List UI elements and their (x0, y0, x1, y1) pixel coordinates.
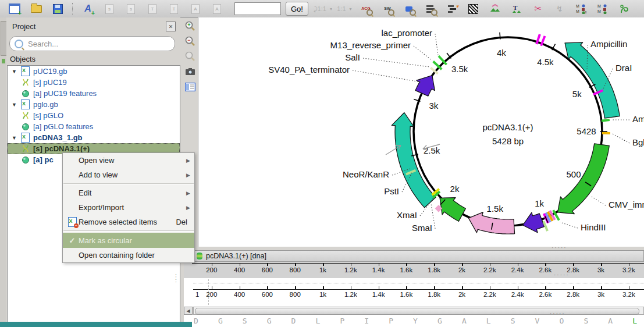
bottom-splitter-grip[interactable]: ····· (550, 312, 565, 315)
overview-tick-label: 2.4k (511, 266, 524, 273)
find-pattern-icon[interactable]: ACG (359, 2, 373, 16)
goto-position-input[interactable] (234, 2, 281, 15)
object-label: [a] pUC19 features (33, 89, 97, 98)
feature-label[interactable]: M13_reverse_primer (330, 40, 411, 50)
search-icon (15, 40, 23, 48)
text-annotation-icon[interactable]: T (510, 2, 524, 16)
zoom-fit-button[interactable] (184, 50, 197, 63)
expander-icon[interactable]: ▼ (12, 102, 17, 108)
feature-label[interactable]: SV40_PA_terminator (268, 65, 350, 74)
restriction-site-tick[interactable] (602, 120, 610, 121)
feature-label[interactable]: HindIII (581, 222, 606, 232)
restriction-sites-icon[interactable]: ✂ (531, 2, 545, 16)
scrollbar-track[interactable] (193, 307, 644, 315)
ruler-tick-label: 1.5k (487, 204, 504, 214)
object-label: [s] pUC19 (33, 78, 67, 87)
plant-tools-icon[interactable] (617, 2, 631, 16)
menu-item-export-import[interactable]: Export/Import▶ (63, 200, 194, 215)
menu-item-label: Remove selected items (79, 218, 157, 226)
overview-tick (462, 263, 463, 266)
splitter-grip[interactable]: ···· (173, 273, 179, 283)
scrollbar-thumb[interactable] (195, 308, 639, 315)
zoom-ratio-dropdown[interactable]: 1:1▾ (337, 2, 351, 16)
hmm-build-icon[interactable]: MM3 (574, 2, 588, 16)
sequence-view-titlebar[interactable]: pcDNA3.1(+) [dna] (194, 250, 644, 262)
ruler-splitter-grip[interactable]: ····· (554, 273, 570, 277)
menu-item-mark-as-circular[interactable]: ✓Mark as circular (63, 233, 194, 248)
feature-label[interactable]: Bgl (632, 137, 644, 147)
copy-sequence-icon[interactable]: s (102, 2, 116, 16)
menu-item-label: Mark as circular (79, 236, 132, 245)
overview-ruler[interactable]: 2004006008001k1.2k1.4k1.6k1.8k2k2.2k2.4k… (184, 262, 644, 278)
menu-separator (63, 183, 194, 184)
scroll-left-button[interactable]: ◀ (184, 307, 193, 315)
ruler-tick-label: 1k (535, 198, 544, 208)
find-block-icon[interactable] (402, 2, 416, 16)
zoom-out-button[interactable]: − (184, 35, 197, 48)
menu-item-open-view[interactable]: Open view▶ (63, 153, 194, 168)
menu-item-open-containing-folder[interactable]: Open containing folder (63, 248, 194, 262)
expander-icon[interactable]: ▼ (12, 135, 17, 141)
overview-tick (601, 263, 602, 266)
auto-annotate-icon[interactable]: ↯ (553, 2, 567, 16)
expander-icon[interactable]: ▼ (12, 69, 17, 74)
overview-tick-label: 2.2k (483, 266, 496, 273)
feature-label[interactable]: lac_promoter (381, 28, 432, 38)
close-icon[interactable]: ✕ (166, 22, 176, 31)
tree-item-object[interactable]: [s] pGLO (8, 110, 180, 121)
feature-label[interactable]: Ampicillin (590, 39, 627, 49)
open-document-icon[interactable] (29, 2, 43, 16)
project-search-input[interactable]: Search... (9, 36, 175, 51)
go-button[interactable]: Go! (286, 2, 308, 16)
annotations-icon[interactable] (488, 2, 502, 16)
label-leader-line (435, 34, 438, 55)
feature-label[interactable]: PstI (384, 186, 399, 196)
horizontal-splitter-grip[interactable]: ····· (552, 246, 567, 250)
feature-label[interactable]: XmaI (397, 210, 417, 220)
zoom-in-button[interactable]: + (184, 20, 197, 33)
document-icon (21, 133, 30, 143)
menu-item-edit[interactable]: Edit▶ (63, 186, 194, 200)
build-dotplot-icon[interactable]: ▾ (445, 2, 459, 16)
feature-label[interactable]: NeoR/KanR (343, 169, 389, 179)
amino-acid-letter: V (535, 317, 540, 325)
copy-translation-icon[interactable]: T (145, 2, 159, 16)
amino-acid-letter: L (632, 317, 637, 325)
feature-label[interactable]: CMV_imm (609, 200, 644, 209)
detail-ruler[interactable]: 1 2004006008001k1.2k1.4k1.6k1.8k2k2.2k2.… (184, 278, 644, 307)
circular-view-area: 5001k1.5k2k2.5k3k3.5k4k4.5k5k5428lac_pro… (198, 17, 644, 247)
menu-item-remove-selected-items[interactable]: −Remove selected itemsDel (63, 215, 194, 229)
tree-item-document[interactable]: ▼pglo.gb (8, 99, 180, 110)
menu-separator (63, 230, 194, 232)
project-panel-header: Project ✕ (6, 21, 180, 33)
feature-label[interactable]: DraI (615, 63, 632, 73)
feature-label[interactable]: SalI (345, 52, 360, 62)
feature-label[interactable]: SmaI (412, 223, 432, 233)
detail-tick-label: 2.2k (483, 291, 496, 298)
tree-item-document[interactable]: ▼pcDNA3_1.gb (8, 132, 180, 143)
copy-reverse-translation-icon[interactable]: T (167, 2, 181, 16)
tree-item-object[interactable]: [s] pUC19 (8, 77, 180, 88)
add-sequence-icon[interactable]: A+ (81, 2, 95, 16)
feature-label[interactable]: Am (632, 114, 644, 124)
plasmid-circular-map[interactable]: 5001k1.5k2k2.5k3k3.5k4k4.5k5k5428lac_pro… (198, 17, 644, 247)
toggle-panel-button[interactable] (184, 80, 197, 93)
svg-text:T: T (513, 4, 518, 11)
menu-item-add-to-view[interactable]: Add to view▶ (63, 168, 194, 182)
copy-amino-annotation-icon[interactable]: A (210, 2, 224, 16)
new-window-icon[interactable]: + (8, 2, 22, 16)
hmm-search-icon[interactable]: MM (596, 2, 610, 16)
amino-acid-letter: D (194, 317, 198, 325)
tree-item-document[interactable]: ▼pUC19.gb (8, 66, 180, 77)
export-image-button[interactable] (184, 65, 197, 78)
tree-item-object[interactable]: [a] pGLO features (8, 121, 180, 132)
ruler-tick-label: 5k (572, 89, 582, 99)
copy-amino-icon[interactable]: A (188, 2, 202, 16)
find-in-list-icon[interactable] (424, 2, 437, 16)
smith-waterman-icon[interactable]: SW (380, 2, 394, 16)
paperclip-ratio-icon[interactable]: ⤸1:1▾ (316, 2, 330, 16)
save-all-icon[interactable] (51, 2, 65, 16)
hatch-pattern-icon[interactable] (467, 2, 481, 16)
tree-item-object[interactable]: [a] pUC19 features (8, 88, 180, 99)
copy-reverse-complement-icon[interactable]: s (124, 2, 138, 16)
